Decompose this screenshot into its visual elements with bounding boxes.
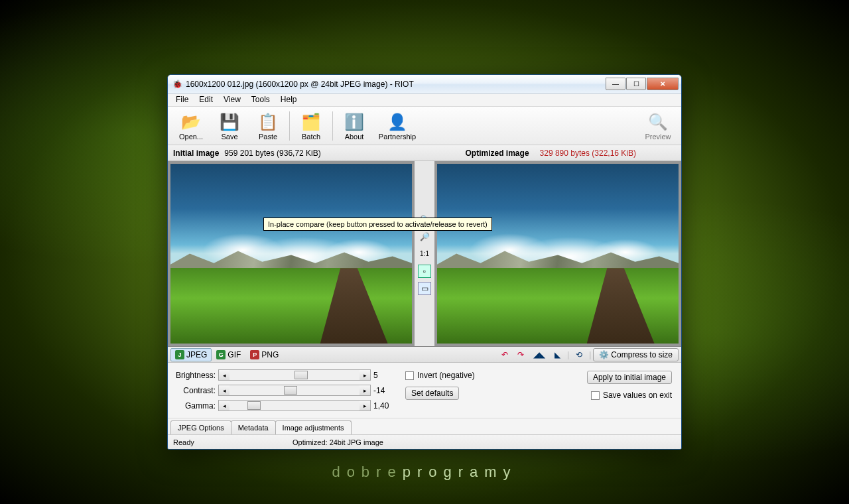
format-tab-jpeg[interactable]: J JPEG — [170, 348, 212, 361]
initial-image-size: 959 201 bytes (936,72 KiB) — [224, 149, 320, 158]
set-defaults-button[interactable]: Set defaults — [405, 387, 459, 400]
tab-metadata[interactable]: Metadata — [231, 420, 276, 434]
optimized-image-label: Optimized image — [466, 149, 529, 158]
minimize-button[interactable]: — — [606, 78, 625, 90]
flip-horizontal-icon[interactable]: ◢◣ — [530, 349, 549, 361]
folder-open-icon: 📂 — [180, 111, 202, 133]
tooltip: In-place compare (keep button pressed to… — [263, 218, 492, 231]
gif-icon: G — [216, 350, 226, 359]
menu-file[interactable]: File — [170, 94, 194, 106]
about-button[interactable]: ℹ️ About — [335, 109, 373, 143]
undo-button[interactable]: ↶ — [498, 349, 511, 361]
tab-image-adjustments[interactable]: Image adjustments — [275, 420, 352, 434]
jpeg-icon: J — [175, 350, 184, 359]
menu-view[interactable]: View — [218, 94, 246, 106]
size-info-bar: Initial image 959 201 bytes (936,72 KiB)… — [168, 145, 681, 161]
compress-to-size-button[interactable]: ⚙️ Compress to size — [593, 348, 679, 361]
zoom-tools: 🔍 🔎 1:1 ▫ ▭ — [415, 161, 434, 346]
open-button[interactable]: 📂 Open... — [172, 109, 210, 143]
gamma-label: Gamma: — [173, 401, 216, 410]
preview-button[interactable]: 🔍 Preview — [639, 109, 677, 143]
gear-icon: ⚙️ — [599, 350, 609, 359]
redo-button[interactable]: ↷ — [514, 349, 527, 361]
flip-vertical-icon[interactable]: ◣ — [551, 349, 564, 361]
initial-image-panel[interactable] — [168, 161, 415, 346]
gamma-slider[interactable]: ◂▸ — [218, 400, 371, 411]
rotate-button[interactable]: ⟲ — [572, 349, 586, 361]
optimized-image-panel[interactable] — [434, 161, 681, 346]
apply-to-initial-button[interactable]: Apply to initial image — [587, 371, 672, 384]
save-values-on-exit-checkbox[interactable]: Save values on exit — [591, 391, 672, 400]
close-button[interactable]: ✕ — [647, 78, 679, 90]
tab-jpeg-options[interactable]: JPEG Options — [170, 420, 231, 434]
contrast-label: Contrast: — [173, 386, 216, 395]
magnifier-icon: 🔍 — [647, 111, 669, 133]
floppy-icon: 💾 — [219, 111, 240, 133]
menu-help[interactable]: Help — [275, 94, 302, 106]
format-tab-gif[interactable]: G GIF — [212, 348, 245, 361]
contrast-slider[interactable]: ◂▸ — [218, 385, 371, 396]
contrast-value: -14 — [373, 386, 392, 395]
optimized-image-size: 329 890 bytes (322,16 KiB) — [540, 149, 636, 158]
inplace-compare-button[interactable]: ▭ — [418, 282, 431, 295]
window-title: 1600x1200 012.jpg (1600x1200 px @ 24bit … — [186, 80, 606, 89]
status-optimized: Optimized: 24bit JPG image — [293, 438, 383, 446]
watermark: dobreprogramy — [0, 464, 849, 481]
format-tab-bar: J JPEG G GIF P PNG ↶ ↷ ◢◣ ◣ | ⟲ | ⚙️ Com… — [168, 347, 681, 363]
app-window: 🐞 1600x1200 012.jpg (1600x1200 px @ 24bi… — [167, 74, 682, 450]
maximize-button[interactable]: ☐ — [626, 78, 646, 90]
brightness-value: 5 — [373, 371, 392, 380]
titlebar[interactable]: 🐞 1600x1200 012.jpg (1600x1200 px @ 24bi… — [168, 75, 681, 94]
status-ready: Ready — [173, 438, 293, 446]
brightness-label: Brightness: — [173, 371, 216, 380]
batch-button[interactable]: 🗂️ Batch — [292, 109, 330, 143]
options-tab-bar: JPEG Options Metadata Image adjustments — [168, 418, 681, 434]
gamma-value: 1,40 — [373, 401, 392, 410]
format-tab-png[interactable]: P PNG — [245, 348, 283, 361]
clipboard-icon: 📋 — [257, 111, 279, 133]
toolbar: 📂 Open... 💾 Save 📋 Paste 🗂️ Batch ℹ️ Abo… — [168, 107, 681, 145]
batch-icon: 🗂️ — [300, 111, 322, 133]
initial-image-label: Initial image — [173, 149, 219, 158]
invert-checkbox[interactable]: Invert (negative) — [405, 371, 475, 380]
menu-tools[interactable]: Tools — [246, 94, 275, 106]
png-icon: P — [250, 350, 259, 359]
app-icon: 🐞 — [172, 79, 182, 90]
fit-window-icon[interactable]: ▫ — [418, 265, 431, 278]
status-bar: Ready Optimized: 24bit JPG image — [168, 434, 681, 449]
image-comparison-area: 🔍 🔎 1:1 ▫ ▭ — [168, 161, 681, 347]
brightness-slider[interactable]: ◂▸ — [218, 369, 371, 381]
partnership-button[interactable]: 👤 Partnership — [373, 109, 421, 143]
paste-button[interactable]: 📋 Paste — [249, 109, 287, 143]
image-adjustments-panel: Brightness: ◂▸ 5 Contrast: ◂▸ -14 Gamma:… — [168, 363, 681, 418]
person-icon: 👤 — [387, 111, 408, 133]
zoom-1to1-button[interactable]: 1:1 — [418, 247, 431, 261]
menu-edit[interactable]: Edit — [194, 94, 218, 106]
menubar: File Edit View Tools Help — [168, 94, 681, 107]
save-button[interactable]: 💾 Save — [210, 109, 249, 143]
zoom-out-icon[interactable]: 🔎 — [418, 230, 431, 243]
info-icon: ℹ️ — [344, 111, 365, 133]
